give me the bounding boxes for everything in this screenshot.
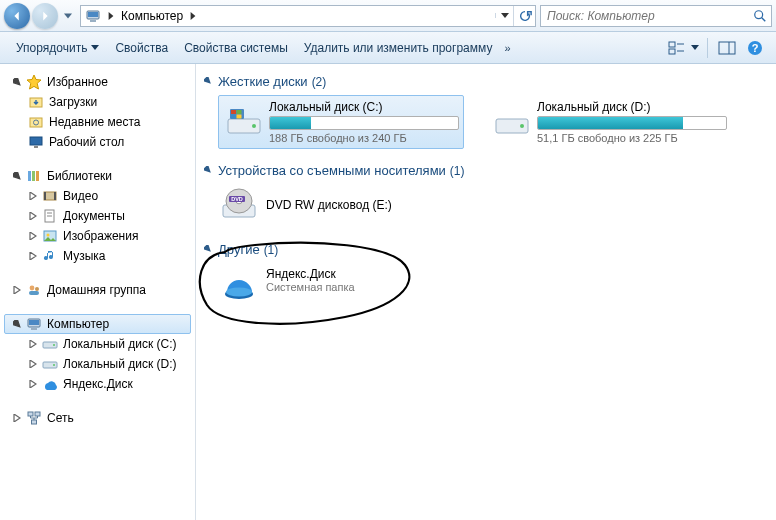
tree-desktop[interactable]: Рабочий стол bbox=[4, 132, 191, 152]
breadcrumb-chevron[interactable] bbox=[105, 12, 117, 20]
tree-downloads[interactable]: Загрузки bbox=[4, 92, 191, 112]
tree-recent[interactable]: Недавние места bbox=[4, 112, 191, 132]
svg-point-38 bbox=[53, 364, 55, 366]
svg-rect-45 bbox=[231, 110, 236, 114]
svg-rect-22 bbox=[44, 192, 46, 200]
tree-yandex-disk[interactable]: Яндекс.Диск bbox=[4, 374, 191, 394]
svg-point-29 bbox=[30, 286, 35, 291]
tree-label: Недавние места bbox=[49, 115, 140, 129]
tree-label: Компьютер bbox=[47, 317, 109, 331]
drive-d-usage-bar bbox=[537, 116, 727, 130]
collapse-icon[interactable] bbox=[11, 76, 23, 88]
desktop-icon bbox=[27, 133, 45, 151]
search-input[interactable] bbox=[541, 9, 749, 23]
system-properties-button[interactable]: Свойства системы bbox=[176, 37, 296, 59]
dvd-drive[interactable]: DVD DVD RW дисковод (E:) bbox=[218, 184, 768, 226]
collapse-icon bbox=[204, 77, 214, 87]
svg-rect-6 bbox=[669, 49, 675, 54]
back-button[interactable] bbox=[4, 3, 30, 29]
tree-label: Библиотеки bbox=[47, 169, 112, 183]
expand-icon[interactable] bbox=[27, 338, 39, 350]
tree-network[interactable]: Сеть bbox=[4, 408, 191, 428]
homegroup-icon bbox=[25, 281, 43, 299]
svg-rect-39 bbox=[28, 412, 33, 416]
breadcrumb-chevron[interactable] bbox=[187, 12, 199, 20]
yandex-disk-item[interactable]: Яндекс.Диск Системная папка bbox=[218, 263, 768, 305]
refresh-button[interactable] bbox=[513, 6, 535, 26]
tree-pictures[interactable]: Изображения bbox=[4, 226, 191, 246]
organize-menu[interactable]: Упорядочить bbox=[8, 37, 107, 59]
expand-icon[interactable] bbox=[11, 412, 23, 424]
navigation-tree: Избранное Загрузки Недавние места Рабочи… bbox=[0, 64, 196, 520]
drive-c-icon bbox=[223, 100, 265, 142]
drive-c[interactable]: Локальный диск (C:) 188 ГБ свободно из 2… bbox=[218, 95, 464, 149]
breadcrumb[interactable]: Компьютер bbox=[80, 5, 536, 27]
history-dropdown[interactable] bbox=[60, 5, 76, 27]
preview-pane-button[interactable] bbox=[714, 37, 740, 59]
drive-d-name: Локальный диск (D:) bbox=[537, 100, 727, 114]
computer-icon bbox=[84, 7, 102, 25]
expand-icon[interactable] bbox=[27, 378, 39, 390]
tree-documents[interactable]: Документы bbox=[4, 206, 191, 226]
computer-icon bbox=[25, 315, 43, 333]
tree-videos[interactable]: Видео bbox=[4, 186, 191, 206]
svg-text:?: ? bbox=[752, 42, 759, 54]
svg-point-50 bbox=[520, 124, 524, 128]
view-dropdown[interactable] bbox=[691, 45, 699, 50]
properties-button[interactable]: Свойства bbox=[107, 37, 176, 59]
svg-rect-19 bbox=[32, 171, 35, 181]
section-count: (1) bbox=[450, 164, 465, 178]
tree-label: Музыка bbox=[63, 249, 105, 263]
search-icon[interactable] bbox=[749, 9, 771, 23]
toolbar-overflow[interactable]: » bbox=[500, 38, 514, 58]
expand-icon[interactable] bbox=[27, 250, 39, 262]
svg-rect-23 bbox=[54, 192, 56, 200]
forward-button[interactable] bbox=[32, 3, 58, 29]
drive-icon bbox=[41, 355, 59, 373]
svg-rect-48 bbox=[237, 115, 242, 119]
downloads-icon bbox=[27, 93, 45, 111]
svg-rect-2 bbox=[90, 20, 96, 22]
svg-rect-14 bbox=[30, 118, 42, 127]
section-removable[interactable]: Устройства со съемными носителями (1) bbox=[204, 163, 768, 178]
tree-drive-c[interactable]: Локальный диск (C:) bbox=[4, 334, 191, 354]
tree-homegroup[interactable]: Домашняя группа bbox=[4, 280, 191, 300]
expand-icon[interactable] bbox=[27, 230, 39, 242]
tree-computer[interactable]: Компьютер bbox=[4, 314, 191, 334]
collapse-icon[interactable] bbox=[11, 318, 23, 330]
video-icon bbox=[41, 187, 59, 205]
drive-d-icon bbox=[491, 100, 533, 142]
expand-icon[interactable] bbox=[27, 190, 39, 202]
expand-icon[interactable] bbox=[27, 210, 39, 222]
tree-label: Локальный диск (D:) bbox=[63, 357, 177, 371]
drive-c-usage-bar bbox=[269, 116, 459, 130]
expand-icon[interactable] bbox=[11, 284, 23, 296]
expand-icon[interactable] bbox=[27, 358, 39, 370]
svg-text:DVD: DVD bbox=[231, 196, 243, 202]
uninstall-program-button[interactable]: Удалить или изменить программу bbox=[296, 37, 501, 59]
view-options-button[interactable] bbox=[665, 37, 691, 59]
search-box[interactable] bbox=[540, 5, 772, 27]
svg-line-4 bbox=[762, 17, 766, 21]
collapse-icon bbox=[204, 166, 214, 176]
drive-d-free: 51,1 ГБ свободно из 225 ГБ bbox=[537, 132, 727, 144]
breadcrumb-computer[interactable]: Компьютер bbox=[117, 9, 187, 23]
svg-point-36 bbox=[53, 344, 55, 346]
tree-libraries[interactable]: Библиотеки bbox=[4, 166, 191, 186]
tree-drive-d[interactable]: Локальный диск (D:) bbox=[4, 354, 191, 374]
libraries-icon bbox=[25, 167, 43, 185]
help-button[interactable]: ? bbox=[742, 37, 768, 59]
collapse-icon bbox=[204, 245, 214, 255]
collapse-icon[interactable] bbox=[11, 170, 23, 182]
tree-label: Сеть bbox=[47, 411, 74, 425]
section-other[interactable]: Другие (1) bbox=[204, 242, 768, 257]
section-hard-disks[interactable]: Жесткие диски (2) bbox=[204, 74, 768, 89]
svg-rect-40 bbox=[35, 412, 40, 416]
drive-c-free: 188 ГБ свободно из 240 ГБ bbox=[269, 132, 459, 144]
tree-favorites[interactable]: Избранное bbox=[4, 72, 191, 92]
star-icon bbox=[25, 73, 43, 91]
drive-d[interactable]: Локальный диск (D:) 51,1 ГБ свободно из … bbox=[486, 95, 732, 149]
toolbar: Упорядочить Свойства Свойства системы Уд… bbox=[0, 32, 776, 64]
breadcrumb-dropdown[interactable] bbox=[495, 13, 513, 18]
tree-music[interactable]: Музыка bbox=[4, 246, 191, 266]
